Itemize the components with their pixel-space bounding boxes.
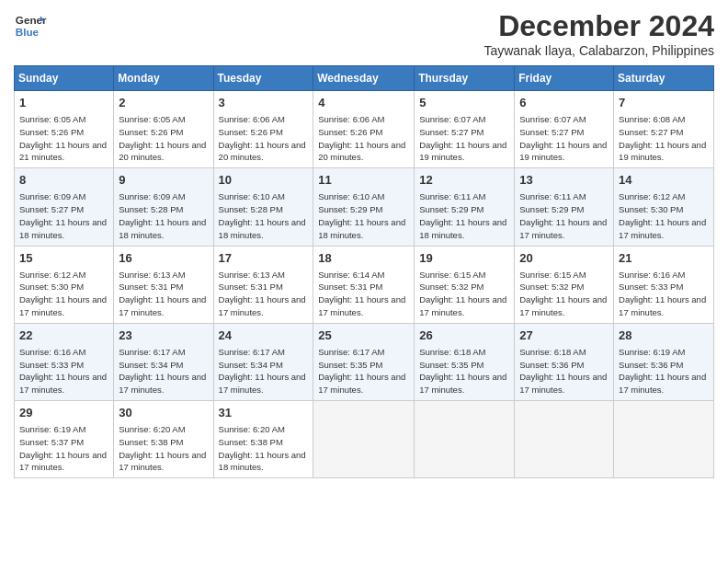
day-info: Sunrise: 6:10 AM Sunset: 5:29 PM Dayligh…	[318, 190, 409, 241]
calendar-cell: 20Sunrise: 6:15 AM Sunset: 5:32 PM Dayli…	[515, 246, 614, 323]
day-info: Sunrise: 6:06 AM Sunset: 5:26 PM Dayligh…	[219, 113, 309, 164]
day-info: Sunrise: 6:05 AM Sunset: 5:26 PM Dayligh…	[119, 113, 208, 164]
column-header-wednesday: Wednesday	[313, 66, 415, 91]
calendar-cell: 31Sunrise: 6:20 AM Sunset: 5:38 PM Dayli…	[213, 401, 313, 478]
logo: General Blue	[14, 9, 47, 42]
calendar-cell: 25Sunrise: 6:17 AM Sunset: 5:35 PM Dayli…	[313, 323, 415, 400]
calendar-cell: 17Sunrise: 6:13 AM Sunset: 5:31 PM Dayli…	[213, 246, 313, 323]
calendar-cell	[614, 401, 714, 478]
day-number: 29	[19, 405, 108, 421]
calendar-cell: 29Sunrise: 6:19 AM Sunset: 5:37 PM Dayli…	[15, 401, 114, 478]
calendar-table: SundayMondayTuesdayWednesdayThursdayFrid…	[14, 65, 714, 478]
day-number: 26	[419, 327, 509, 344]
calendar-cell: 15Sunrise: 6:12 AM Sunset: 5:30 PM Dayli…	[15, 246, 114, 323]
calendar-cell	[415, 401, 515, 478]
day-number: 31	[219, 405, 309, 421]
day-number: 12	[419, 172, 509, 189]
calendar-cell: 24Sunrise: 6:17 AM Sunset: 5:34 PM Dayli…	[213, 323, 313, 400]
calendar-cell: 21Sunrise: 6:16 AM Sunset: 5:33 PM Dayli…	[614, 246, 714, 323]
day-info: Sunrise: 6:19 AM Sunset: 5:37 PM Dayligh…	[19, 423, 108, 474]
day-number: 19	[419, 250, 509, 267]
day-info: Sunrise: 6:17 AM Sunset: 5:34 PM Dayligh…	[119, 346, 208, 396]
day-info: Sunrise: 6:17 AM Sunset: 5:35 PM Dayligh…	[318, 346, 409, 396]
day-number: 25	[318, 327, 409, 344]
calendar-cell: 27Sunrise: 6:18 AM Sunset: 5:36 PM Dayli…	[515, 323, 614, 400]
day-number: 16	[119, 250, 208, 267]
calendar-cell: 5Sunrise: 6:07 AM Sunset: 5:27 PM Daylig…	[415, 91, 515, 168]
day-info: Sunrise: 6:06 AM Sunset: 5:26 PM Dayligh…	[318, 113, 409, 164]
calendar-cell: 14Sunrise: 6:12 AM Sunset: 5:30 PM Dayli…	[614, 168, 714, 246]
calendar-cell: 3Sunrise: 6:06 AM Sunset: 5:26 PM Daylig…	[213, 91, 313, 168]
day-info: Sunrise: 6:18 AM Sunset: 5:36 PM Dayligh…	[519, 346, 609, 396]
day-info: Sunrise: 6:15 AM Sunset: 5:32 PM Dayligh…	[419, 269, 509, 319]
day-info: Sunrise: 6:14 AM Sunset: 5:31 PM Dayligh…	[318, 269, 409, 319]
day-number: 18	[318, 250, 409, 267]
day-number: 8	[19, 172, 108, 189]
calendar-cell: 13Sunrise: 6:11 AM Sunset: 5:29 PM Dayli…	[515, 168, 614, 246]
day-number: 27	[519, 327, 609, 344]
day-info: Sunrise: 6:07 AM Sunset: 5:27 PM Dayligh…	[419, 113, 509, 164]
day-info: Sunrise: 6:18 AM Sunset: 5:35 PM Dayligh…	[419, 346, 509, 396]
day-info: Sunrise: 6:10 AM Sunset: 5:28 PM Dayligh…	[219, 190, 309, 241]
column-header-monday: Monday	[114, 66, 213, 91]
day-info: Sunrise: 6:15 AM Sunset: 5:32 PM Dayligh…	[519, 269, 609, 319]
calendar-cell: 2Sunrise: 6:05 AM Sunset: 5:26 PM Daylig…	[114, 91, 213, 168]
logo-icon: General Blue	[14, 9, 47, 42]
calendar-cell: 30Sunrise: 6:20 AM Sunset: 5:38 PM Dayli…	[114, 401, 213, 478]
day-info: Sunrise: 6:17 AM Sunset: 5:34 PM Dayligh…	[219, 346, 309, 396]
day-info: Sunrise: 6:11 AM Sunset: 5:29 PM Dayligh…	[419, 190, 509, 241]
calendar-cell	[313, 401, 415, 478]
day-number: 5	[419, 95, 509, 111]
calendar-cell: 16Sunrise: 6:13 AM Sunset: 5:31 PM Dayli…	[114, 246, 213, 323]
day-info: Sunrise: 6:13 AM Sunset: 5:31 PM Dayligh…	[119, 269, 208, 319]
day-number: 9	[119, 172, 208, 189]
calendar-cell	[515, 401, 614, 478]
day-number: 7	[619, 95, 709, 111]
subtitle: Taywanak Ilaya, Calabarzon, Philippines	[483, 43, 714, 58]
day-number: 2	[119, 95, 208, 111]
day-info: Sunrise: 6:12 AM Sunset: 5:30 PM Dayligh…	[619, 190, 709, 241]
day-number: 30	[119, 405, 208, 421]
main-title: December 2024	[483, 9, 714, 43]
calendar-cell: 11Sunrise: 6:10 AM Sunset: 5:29 PM Dayli…	[313, 168, 415, 246]
day-number: 24	[219, 327, 309, 344]
day-number: 3	[219, 95, 309, 111]
day-info: Sunrise: 6:13 AM Sunset: 5:31 PM Dayligh…	[219, 269, 309, 319]
day-number: 13	[519, 172, 609, 189]
calendar-cell: 19Sunrise: 6:15 AM Sunset: 5:32 PM Dayli…	[415, 246, 515, 323]
calendar-cell: 18Sunrise: 6:14 AM Sunset: 5:31 PM Dayli…	[313, 246, 415, 323]
column-header-sunday: Sunday	[15, 66, 114, 91]
svg-text:Blue: Blue	[16, 26, 40, 38]
title-section: December 2024 Taywanak Ilaya, Calabarzon…	[483, 9, 714, 58]
day-number: 6	[519, 95, 609, 111]
calendar-cell: 26Sunrise: 6:18 AM Sunset: 5:35 PM Dayli…	[415, 323, 515, 400]
day-info: Sunrise: 6:09 AM Sunset: 5:27 PM Dayligh…	[19, 190, 108, 241]
day-info: Sunrise: 6:07 AM Sunset: 5:27 PM Dayligh…	[519, 113, 609, 164]
column-header-thursday: Thursday	[415, 66, 515, 91]
day-info: Sunrise: 6:09 AM Sunset: 5:28 PM Dayligh…	[119, 190, 208, 241]
calendar-cell: 9Sunrise: 6:09 AM Sunset: 5:28 PM Daylig…	[114, 168, 213, 246]
day-number: 15	[19, 250, 108, 267]
calendar-cell: 7Sunrise: 6:08 AM Sunset: 5:27 PM Daylig…	[614, 91, 714, 168]
day-number: 1	[19, 95, 108, 111]
calendar-cell: 1Sunrise: 6:05 AM Sunset: 5:26 PM Daylig…	[15, 91, 114, 168]
page-header: General Blue December 2024 Taywanak Ilay…	[14, 9, 714, 58]
day-info: Sunrise: 6:08 AM Sunset: 5:27 PM Dayligh…	[619, 113, 709, 164]
day-info: Sunrise: 6:12 AM Sunset: 5:30 PM Dayligh…	[19, 269, 108, 319]
calendar-cell: 4Sunrise: 6:06 AM Sunset: 5:26 PM Daylig…	[313, 91, 415, 168]
day-info: Sunrise: 6:16 AM Sunset: 5:33 PM Dayligh…	[19, 346, 108, 396]
day-number: 20	[519, 250, 609, 267]
calendar-cell: 10Sunrise: 6:10 AM Sunset: 5:28 PM Dayli…	[213, 168, 313, 246]
day-info: Sunrise: 6:20 AM Sunset: 5:38 PM Dayligh…	[219, 423, 309, 474]
calendar-cell: 6Sunrise: 6:07 AM Sunset: 5:27 PM Daylig…	[515, 91, 614, 168]
column-header-tuesday: Tuesday	[213, 66, 313, 91]
column-header-saturday: Saturday	[614, 66, 714, 91]
calendar-cell: 8Sunrise: 6:09 AM Sunset: 5:27 PM Daylig…	[15, 168, 114, 246]
day-number: 23	[119, 327, 208, 344]
calendar-cell: 22Sunrise: 6:16 AM Sunset: 5:33 PM Dayli…	[15, 323, 114, 400]
day-number: 14	[619, 172, 709, 189]
day-info: Sunrise: 6:20 AM Sunset: 5:38 PM Dayligh…	[119, 423, 208, 474]
day-info: Sunrise: 6:19 AM Sunset: 5:36 PM Dayligh…	[619, 346, 709, 396]
day-number: 11	[318, 172, 409, 189]
day-number: 22	[19, 327, 108, 344]
